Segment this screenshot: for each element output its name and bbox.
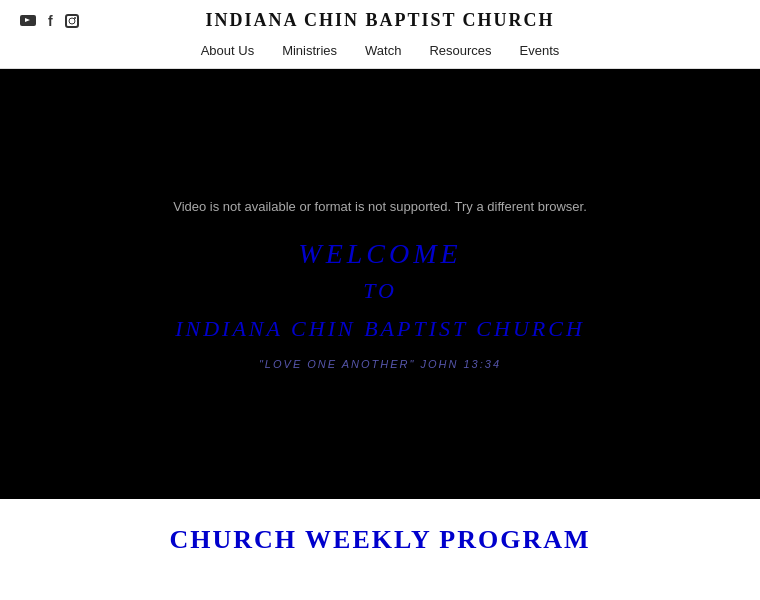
nav-ministries[interactable]: Ministries	[282, 43, 337, 58]
site-header: f INDIANA CHIN BAPTIST CHURCH About Us M…	[0, 0, 760, 69]
main-nav: About Us Ministries Watch Resources Even…	[20, 39, 740, 60]
nav-resources[interactable]: Resources	[429, 43, 491, 58]
youtube-icon[interactable]	[20, 15, 36, 26]
instagram-icon[interactable]	[65, 14, 79, 28]
weekly-program-title: CHURCH WEEKLY PROGRAM	[170, 525, 591, 555]
nav-watch[interactable]: Watch	[365, 43, 401, 58]
social-icons: f	[20, 13, 79, 29]
facebook-icon[interactable]: f	[48, 13, 53, 29]
to-text: TO	[363, 278, 397, 304]
video-error-message: Video is not available or format is not …	[173, 199, 587, 214]
welcome-heading: WELCOME	[298, 238, 461, 270]
scripture-text: "LOVE ONE ANOTHER" JOHN 13:34	[259, 358, 501, 370]
nav-events[interactable]: Events	[520, 43, 560, 58]
header-top: f INDIANA CHIN BAPTIST CHURCH	[20, 10, 740, 31]
bottom-section: CHURCH WEEKLY PROGRAM	[0, 499, 760, 581]
site-title: INDIANA CHIN BAPTIST CHURCH	[205, 10, 554, 31]
hero-section: Video is not available or format is not …	[0, 69, 760, 499]
nav-about-us[interactable]: About Us	[201, 43, 254, 58]
hero-church-name: INDIANA CHIN BAPTIST CHURCH	[175, 316, 585, 342]
